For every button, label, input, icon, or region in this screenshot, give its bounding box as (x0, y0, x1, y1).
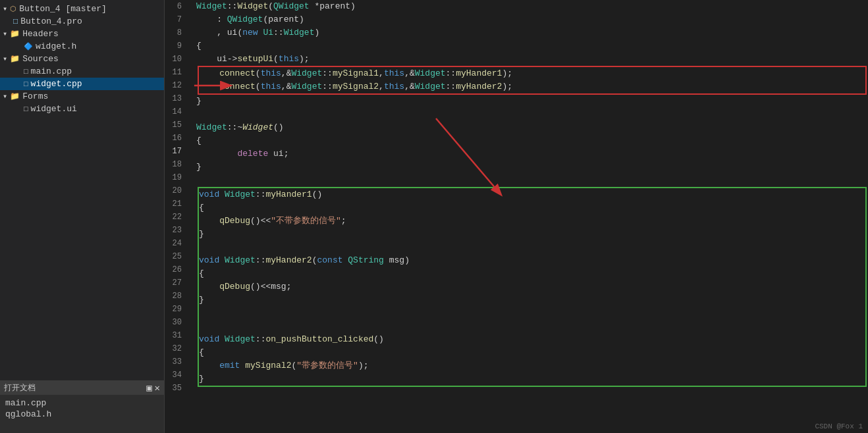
code-line-23: } (199, 228, 865, 241)
code-line-35 (196, 387, 868, 400)
line-num-22: 22 (165, 211, 186, 224)
line-num-16: 16 (165, 132, 186, 145)
close-icon[interactable]: ✕ (155, 382, 160, 394)
bottom-panel-files: main.cpp qglobal.h (0, 395, 164, 422)
line-num-32: 32 (165, 342, 186, 355)
code-line-22: qDebug()<<"不带参数的信号"; (199, 215, 865, 228)
line-num-26: 26 (165, 263, 186, 276)
sidebar-item-headers-folder[interactable]: ▾ 📁 Headers (0, 28, 164, 40)
line-num-17: 17 (165, 145, 186, 158)
line-num-8: 8 ▾ (165, 26, 186, 39)
code-line-20: void Widget::myHander1() (199, 188, 865, 201)
line-num-21: 21 (165, 197, 186, 211)
open-file-main-cpp[interactable]: main.cpp (5, 397, 159, 409)
line-num-14: 14 (165, 105, 186, 118)
code-line-9: { (196, 39, 868, 53)
line-num-30: 30 (165, 316, 186, 329)
headers-folder-icon: 📁 (10, 29, 20, 39)
code-line-15: Widget::~Widget() (196, 121, 868, 134)
code-line-17: delete ui; (196, 147, 868, 161)
line-num-33: 33 (165, 355, 186, 369)
sidebar-item-root[interactable]: ▾ ⬡ Button_4 [master] (0, 3, 164, 15)
line-num-15: 15 ▾ (165, 118, 186, 132)
pro-label: Button_4.pro (20, 16, 82, 26)
line-num-35: 35 (165, 382, 186, 395)
sidebar-item-forms-folder[interactable]: ▾ 📁 Forms (0, 90, 164, 103)
red-box-container: connect(this,&Widget::mySignal1,this,&Wi… (198, 66, 867, 95)
line-num-13: 13 (165, 92, 186, 105)
line-num-7: 7 (165, 13, 186, 26)
code-line-11: connect(this,&Widget::mySignal1,this,&Wi… (199, 67, 865, 80)
sidebar-tree: ▾ ⬡ Button_4 [master] □ Button_4.pro ▾ 📁… (0, 0, 164, 380)
code-line-7: : QWidget(parent) (196, 13, 868, 26)
line-numbers: 6 7 8 ▾ 9 10 11 12 13 14 15 ▾ 16 17 18 1… (165, 0, 191, 433)
line-num-11: 11 (165, 66, 186, 79)
code-line-31: void Widget::on_pushButton_clicked() (199, 333, 865, 346)
line-num-18: 18 (165, 158, 186, 171)
line-num-25: 25 ▾ (165, 250, 186, 263)
line-num-28: 28 (165, 290, 186, 303)
code-line-34: } (199, 372, 865, 386)
forms-chevron-icon: ▾ (3, 91, 7, 101)
code-editor[interactable]: 6 7 8 ▾ 9 10 11 12 13 14 15 ▾ 16 17 18 1… (165, 0, 868, 433)
code-line-24 (199, 241, 865, 254)
editor-wrapper: 6 7 8 ▾ 9 10 11 12 13 14 15 ▾ 16 17 18 1… (165, 0, 868, 433)
sidebar-item-pro[interactable]: □ Button_4.pro (0, 15, 164, 28)
code-line-13: } (196, 95, 868, 108)
widget-cpp-label: widget.cpp (31, 79, 82, 89)
widget-h-icon: 🔷 (24, 42, 33, 51)
line-num-9: 9 (165, 39, 186, 53)
code-line-14 (196, 108, 868, 121)
line-num-31: 31 ▾ (165, 329, 186, 342)
line-num-34: 34 (165, 369, 186, 382)
main-layout: ▾ ⬡ Button_4 [master] □ Button_4.pro ▾ 📁… (0, 0, 868, 433)
code-line-16: { (196, 134, 868, 147)
forms-folder-icon: 📁 (10, 91, 20, 101)
code-line-6: Widget::Widget(QWidget *parent) (196, 0, 868, 13)
line-num-24: 24 (165, 237, 186, 250)
sidebar-item-widget-ui[interactable]: □ widget.ui (0, 103, 164, 115)
code-line-28: } (199, 293, 865, 307)
code-line-30 (199, 320, 865, 333)
sources-label: Sources (22, 54, 59, 64)
main-cpp-label: main.cpp (31, 66, 72, 76)
widget-cpp-icon: □ (24, 80, 28, 88)
root-label: Button_4 [master] (19, 4, 107, 14)
bottom-panel-controls: ▣ ✕ (146, 382, 160, 394)
line-num-29: 29 (165, 303, 186, 316)
code-line-33: emit mySignal2("带参数的信号"); (199, 359, 865, 372)
bottom-panel: 打开文档 ▣ ✕ main.cpp qglobal.h (0, 380, 164, 433)
code-line-25: void Widget::myHander2(const QString msg… (199, 254, 865, 267)
code-line-10: ui->setupUi(this); (196, 53, 868, 66)
line-num-6: 6 (165, 0, 186, 13)
forms-label: Forms (22, 91, 48, 101)
code-line-18: } (196, 161, 868, 174)
code-line-26: { (199, 267, 865, 280)
sidebar-item-main-cpp[interactable]: □ main.cpp (0, 65, 164, 78)
file-pro-icon: □ (13, 17, 18, 26)
line-num-10: 10 (165, 53, 186, 66)
chevron-down-icon: ▾ (3, 4, 7, 14)
green-box-container: void Widget::myHander1() { qDebug()<<"不带… (198, 187, 867, 387)
widget-h-label: widget.h (36, 41, 76, 51)
line-num-27: 27 (165, 276, 186, 290)
sidebar-item-widget-h[interactable]: 🔷 widget.h (0, 40, 164, 53)
code-line-29 (199, 307, 865, 320)
main-cpp-icon: □ (24, 68, 28, 76)
sources-folder-icon: 📁 (10, 54, 20, 64)
code-content: Widget::Widget(QWidget *parent) : QWidge… (191, 0, 868, 433)
code-line-21: { (199, 201, 865, 215)
float-icon[interactable]: ▣ (146, 382, 151, 394)
code-line-32: { (199, 346, 865, 359)
code-line-27: qDebug()<<msg; (199, 280, 865, 293)
widget-ui-label: widget.ui (31, 104, 77, 114)
sidebar: ▾ ⬡ Button_4 [master] □ Button_4.pro ▾ 📁… (0, 0, 165, 433)
sidebar-item-sources-folder[interactable]: ▾ 📁 Sources (0, 53, 164, 65)
code-line-8: , ui(new Ui::Widget) (196, 26, 868, 39)
headers-label: Headers (22, 29, 59, 39)
sidebar-item-widget-cpp[interactable]: □ widget.cpp (0, 78, 164, 90)
line-num-23: 23 (165, 224, 186, 237)
headers-chevron-icon: ▾ (3, 29, 7, 39)
open-file-qglobal-h[interactable]: qglobal.h (5, 409, 159, 420)
root-icon: ⬡ (10, 5, 16, 13)
